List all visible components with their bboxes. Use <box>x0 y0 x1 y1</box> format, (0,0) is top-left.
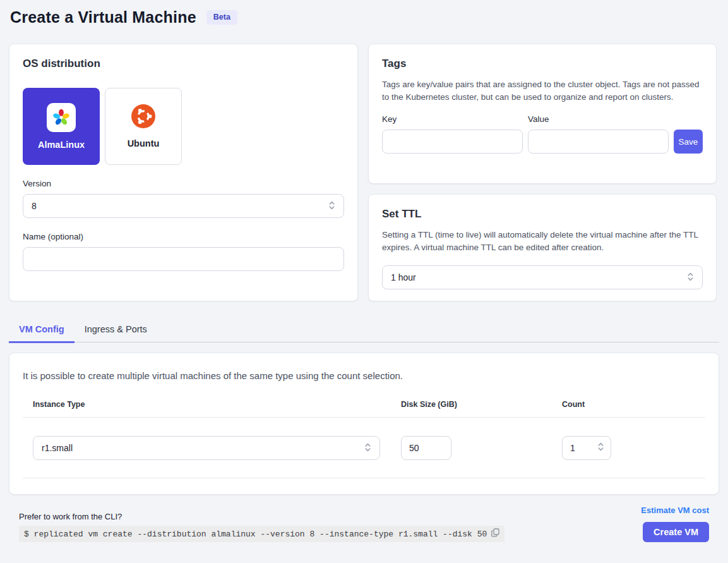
ttl-card: Set TTL Setting a TTL (time to live) wil… <box>368 194 717 301</box>
column-instance-type: Instance Type <box>33 400 401 409</box>
almalinux-logo-icon <box>47 103 76 132</box>
tag-value-input[interactable] <box>528 130 669 154</box>
column-count: Count <box>562 400 705 409</box>
chevron-updown-icon <box>687 272 694 284</box>
column-disk-size: Disk Size (GiB) <box>401 400 562 409</box>
ttl-card-description: Setting a TTL (time to live) will automa… <box>382 229 703 254</box>
stepper-updown-icon[interactable] <box>597 442 604 454</box>
page-title: Create a Virtual Machine <box>10 8 196 27</box>
tab-ingress-ports[interactable]: Ingress & Ports <box>75 318 157 343</box>
name-label: Name (optional) <box>23 232 344 241</box>
ttl-select[interactable]: 1 hour <box>382 265 703 289</box>
tag-key-label: Key <box>382 114 523 124</box>
vm-table-header: Instance Type Disk Size (GiB) Count <box>23 400 705 418</box>
vm-config-card: It is possible to create multiple virtua… <box>9 353 719 495</box>
cli-command-text: $ replicated vm create --distribution al… <box>24 530 487 539</box>
cli-command-pill: $ replicated vm create --distribution al… <box>19 526 504 542</box>
os-distribution-card: OS distribution AlmaLinux <box>9 44 358 301</box>
version-label: Version <box>23 179 344 188</box>
name-input[interactable] <box>23 247 344 271</box>
os-tile-almalinux-label: AlmaLinux <box>38 140 85 150</box>
vm-config-description: It is possible to create multiple virtua… <box>23 370 705 381</box>
version-select-value: 8 <box>32 201 37 211</box>
instance-type-select[interactable]: r1.small <box>33 436 380 460</box>
create-vm-button[interactable]: Create VM <box>643 522 709 542</box>
os-tile-ubuntu[interactable]: Ubuntu <box>105 88 182 165</box>
disk-size-input[interactable] <box>401 436 451 460</box>
tags-card: Tags Tags are key/value pairs that are a… <box>368 44 717 184</box>
page-header: Create a Virtual Machine Beta <box>0 0 728 44</box>
copy-icon[interactable] <box>491 528 499 540</box>
chevron-updown-icon <box>364 442 371 454</box>
ubuntu-logo-icon <box>131 104 155 131</box>
tag-key-input[interactable] <box>382 130 523 154</box>
instance-type-value: r1.small <box>42 443 73 453</box>
tab-bar: VM Config Ingress & Ports <box>9 318 719 342</box>
save-tag-button[interactable]: Save <box>674 130 703 154</box>
count-stepper[interactable] <box>562 436 611 460</box>
count-input[interactable] <box>564 443 585 453</box>
os-tile-almalinux[interactable]: AlmaLinux <box>23 88 100 165</box>
tab-vm-config[interactable]: VM Config <box>9 318 75 343</box>
version-select[interactable]: 8 <box>23 194 344 218</box>
os-card-title: OS distribution <box>23 58 344 70</box>
beta-badge: Beta <box>206 10 237 25</box>
tag-form: Key Value Save <box>382 114 703 154</box>
tags-card-description: Tags are key/value pairs that are assign… <box>382 78 703 104</box>
tags-card-title: Tags <box>382 58 703 70</box>
os-tile-ubuntu-label: Ubuntu <box>128 138 160 148</box>
tag-value-label: Value <box>528 114 669 124</box>
estimate-vm-cost-link[interactable]: Estimate VM cost <box>641 505 709 515</box>
vm-table: Instance Type Disk Size (GiB) Count r1.s… <box>23 400 705 478</box>
os-tile-group: AlmaLinux Ubuntu <box>23 88 344 165</box>
cli-prompt: Prefer to work from the CLI? <box>19 512 504 521</box>
ttl-card-title: Set TTL <box>382 208 703 221</box>
vm-table-row: r1.small <box>23 418 705 478</box>
chevron-updown-icon <box>328 200 335 212</box>
footer: Prefer to work from the CLI? $ replicate… <box>9 495 719 542</box>
ttl-select-value: 1 hour <box>391 272 416 282</box>
footer-actions: Estimate VM cost Create VM <box>641 505 709 542</box>
cli-block: Prefer to work from the CLI? $ replicate… <box>19 512 504 542</box>
